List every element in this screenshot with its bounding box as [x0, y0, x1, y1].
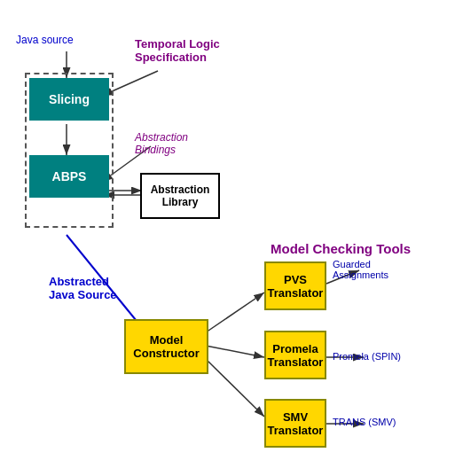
promela-translator-box: PromelaTranslator	[264, 331, 326, 379]
pvs-translator-box: PVSTranslator	[264, 261, 326, 310]
java-source-label: Java source	[16, 34, 74, 46]
abstraction-bindings-label: AbstractionBindings	[135, 131, 188, 156]
promela-spin-label: Promela (SPIN)	[333, 351, 401, 362]
specification-label: Specification	[135, 51, 207, 64]
guarded-assignments-label: Guarded Assignments	[333, 259, 388, 280]
trans-smv-label: TRANS (SMV)	[333, 417, 396, 427]
abstracted-java-label: Abstracted Java Source	[49, 275, 117, 301]
abstraction-library-box: Abstraction Library	[140, 173, 220, 219]
slicing-box: Slicing	[29, 78, 109, 121]
model-checking-tools-label: Model Checking Tools	[271, 241, 411, 256]
model-constructor-box: ModelConstructor	[124, 319, 208, 374]
temporal-logic-label: Temporal Logic Specification	[135, 37, 220, 64]
temporal-logic-title: Temporal Logic	[135, 37, 220, 51]
architecture-diagram: Java source Temporal Logic Specification…	[0, 0, 455, 476]
smv-translator-box: SMVTranslator	[264, 399, 326, 448]
svg-line-9	[206, 293, 264, 332]
svg-line-11	[206, 359, 264, 417]
arrows-svg	[0, 0, 455, 476]
svg-line-10	[206, 346, 264, 357]
abps-box: ABPS	[29, 155, 109, 198]
